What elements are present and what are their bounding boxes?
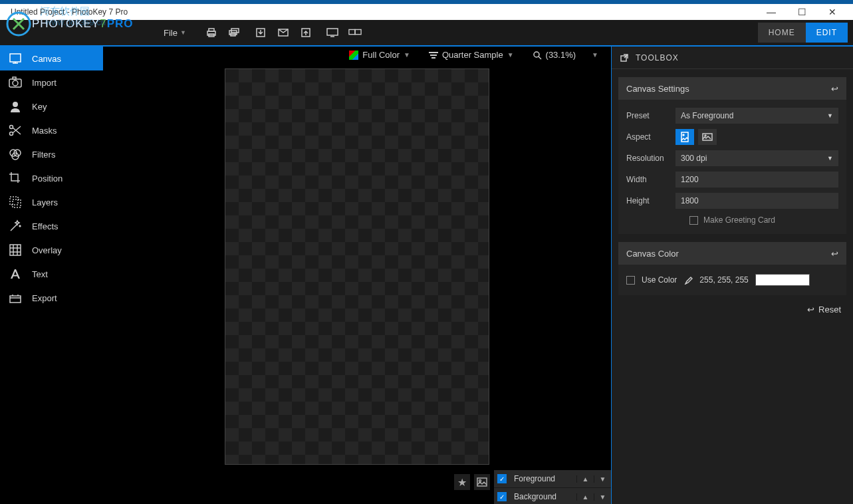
checkbox-background[interactable]: ✓ bbox=[497, 492, 507, 501]
sidebar-item-text[interactable]: Text bbox=[0, 262, 103, 286]
svg-rect-10 bbox=[327, 29, 338, 35]
panel-canvas-color[interactable]: Canvas Color ↩ bbox=[618, 242, 846, 265]
eyedropper-icon[interactable] bbox=[683, 275, 693, 285]
camera-icon bbox=[8, 75, 23, 90]
sidebar: Canvas Import Key Masks Filters Position… bbox=[0, 47, 103, 504]
canvas-toolbar: Full Color ▼ Quarter Sample ▼ (33.1%) ▼ bbox=[103, 47, 611, 63]
text-icon bbox=[8, 267, 23, 281]
aspect-landscape-button[interactable] bbox=[698, 129, 717, 145]
checkbox-foreground[interactable]: ✓ bbox=[497, 474, 507, 483]
upload-icon[interactable] bbox=[299, 26, 312, 39]
sidebar-item-canvas[interactable]: Canvas bbox=[0, 47, 103, 70]
sidebar-item-export[interactable]: Export bbox=[0, 286, 103, 310]
toolbox-panel: TOOLBOX Canvas Settings ↩ Preset As Fore… bbox=[611, 47, 853, 504]
svg-rect-12 bbox=[355, 29, 361, 34]
reset-icon: ↩ bbox=[807, 305, 814, 315]
close-button[interactable]: ✕ bbox=[817, 4, 848, 20]
popout-icon[interactable] bbox=[620, 53, 629, 63]
color-swatch[interactable] bbox=[755, 274, 810, 286]
svg-rect-26 bbox=[429, 52, 438, 53]
color-mode-dropdown[interactable]: Full Color ▼ bbox=[343, 47, 416, 63]
aspect-portrait-button[interactable] bbox=[675, 129, 694, 145]
svg-point-36 bbox=[705, 135, 706, 136]
svg-rect-27 bbox=[430, 55, 437, 56]
export-icon bbox=[8, 291, 23, 305]
image-icon[interactable] bbox=[474, 474, 490, 490]
svg-point-29 bbox=[534, 52, 539, 57]
svg-rect-16 bbox=[13, 77, 16, 79]
dual-monitor-icon[interactable] bbox=[348, 26, 362, 39]
tab-edit[interactable]: EDIT bbox=[806, 23, 848, 43]
person-icon bbox=[8, 99, 23, 114]
svg-rect-11 bbox=[349, 29, 355, 34]
svg-rect-24 bbox=[10, 245, 21, 255]
scissors-icon bbox=[8, 123, 23, 138]
width-input[interactable]: 1200 bbox=[675, 172, 838, 188]
undo-icon[interactable]: ↩ bbox=[831, 84, 838, 94]
sidebar-item-overlay[interactable]: Overlay bbox=[0, 238, 103, 262]
svg-rect-30 bbox=[477, 478, 487, 486]
print-batch-icon[interactable] bbox=[227, 26, 241, 39]
sidebar-item-import[interactable]: Import bbox=[0, 70, 103, 94]
crop-icon bbox=[8, 171, 23, 186]
grid-icon bbox=[8, 243, 23, 257]
layer-row-background[interactable]: ✓ Background ▲ ▼ bbox=[494, 488, 611, 504]
top-toolbar: PHOTOKEY7PRO 河东软件园 www.pc0359.cn File▼ H… bbox=[0, 20, 853, 47]
app-logo: PHOTOKEY7PRO bbox=[5, 11, 133, 37]
email-icon[interactable] bbox=[277, 26, 290, 39]
color-swatch-icon bbox=[349, 51, 358, 60]
sidebar-item-key[interactable]: Key bbox=[0, 94, 103, 118]
filters-icon bbox=[8, 147, 23, 162]
sidebar-item-effects[interactable]: Effects bbox=[0, 214, 103, 238]
preset-select[interactable]: As Foreground▼ bbox=[675, 108, 838, 124]
canvas-preview[interactable] bbox=[225, 68, 489, 465]
move-up-icon[interactable]: ▲ bbox=[576, 493, 594, 501]
print-icon[interactable] bbox=[205, 26, 218, 39]
sample-dropdown[interactable]: Quarter Sample ▼ bbox=[423, 47, 520, 63]
height-input[interactable]: 1800 bbox=[675, 193, 838, 209]
minimize-button[interactable]: — bbox=[756, 4, 787, 20]
tab-home[interactable]: HOME bbox=[758, 23, 806, 43]
reset-button[interactable]: ↩ Reset bbox=[612, 295, 853, 324]
sidebar-item-filters[interactable]: Filters bbox=[0, 142, 103, 166]
sample-icon bbox=[429, 51, 438, 60]
sidebar-item-position[interactable]: Position bbox=[0, 166, 103, 190]
layer-row-foreground[interactable]: ✓ Foreground ▲ ▼ bbox=[494, 470, 611, 488]
move-down-icon[interactable]: ▼ bbox=[594, 475, 611, 483]
svg-point-34 bbox=[683, 134, 684, 136]
svg-rect-22 bbox=[10, 197, 18, 205]
monitor-icon[interactable] bbox=[326, 26, 339, 39]
canvas-icon bbox=[8, 51, 23, 66]
move-down-icon[interactable]: ▼ bbox=[594, 493, 611, 501]
undo-icon[interactable]: ↩ bbox=[831, 249, 838, 259]
svg-point-15 bbox=[13, 80, 18, 86]
svg-rect-28 bbox=[431, 57, 435, 59]
svg-rect-23 bbox=[13, 199, 21, 207]
svg-rect-25 bbox=[10, 296, 21, 303]
star-icon[interactable]: ★ bbox=[454, 474, 470, 490]
svg-rect-2 bbox=[209, 29, 214, 31]
move-up-icon[interactable]: ▲ bbox=[576, 475, 594, 483]
zoom-dropdown[interactable]: (33.1%) ▼ bbox=[527, 47, 604, 63]
maximize-button[interactable]: ☐ bbox=[787, 4, 817, 20]
layers-icon bbox=[8, 195, 23, 209]
wand-icon bbox=[8, 219, 23, 233]
panel-canvas-settings[interactable]: Canvas Settings ↩ bbox=[618, 77, 846, 100]
greeting-card-checkbox[interactable] bbox=[689, 216, 698, 225]
svg-rect-13 bbox=[10, 54, 21, 62]
search-icon bbox=[533, 51, 542, 60]
sidebar-item-layers[interactable]: Layers bbox=[0, 190, 103, 214]
use-color-checkbox[interactable] bbox=[626, 276, 635, 285]
resolution-select[interactable]: 300 dpi▼ bbox=[675, 150, 838, 166]
file-menu[interactable]: File▼ bbox=[158, 25, 191, 41]
sidebar-item-masks[interactable]: Masks bbox=[0, 118, 103, 142]
download-icon[interactable] bbox=[254, 26, 267, 39]
